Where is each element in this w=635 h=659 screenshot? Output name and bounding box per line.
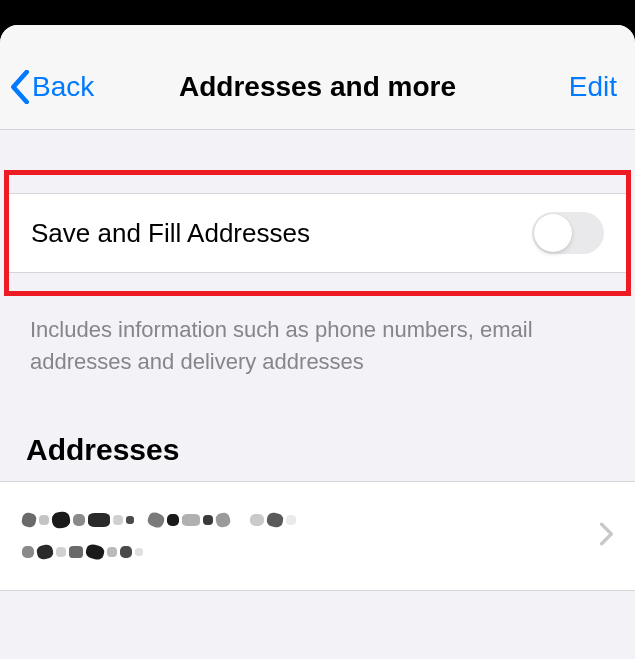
content-area: Save and Fill Addresses Includes informa…	[0, 130, 635, 591]
navigation-bar: Back Addresses and more Edit	[0, 25, 635, 130]
save-fill-addresses-toggle[interactable]	[532, 212, 604, 254]
edit-button[interactable]: Edit	[569, 71, 617, 103]
address-redacted-content	[22, 508, 600, 564]
chevron-left-icon	[10, 70, 30, 104]
save-fill-addresses-label: Save and Fill Addresses	[31, 218, 532, 249]
highlighted-toggle-group: Save and Fill Addresses	[4, 170, 631, 296]
page-title: Addresses and more	[179, 71, 456, 103]
save-fill-addresses-row: Save and Fill Addresses	[9, 193, 626, 273]
settings-sheet: Back Addresses and more Edit Save and Fi…	[0, 25, 635, 659]
toggle-knob	[534, 214, 572, 252]
address-item-row[interactable]	[0, 481, 635, 591]
back-label: Back	[32, 71, 94, 103]
device-notch-area	[0, 0, 635, 25]
toggle-footer-description: Includes information such as phone numbe…	[0, 296, 635, 378]
addresses-section-header: Addresses	[0, 378, 635, 481]
back-button[interactable]: Back	[10, 70, 94, 104]
chevron-right-icon	[600, 522, 613, 550]
